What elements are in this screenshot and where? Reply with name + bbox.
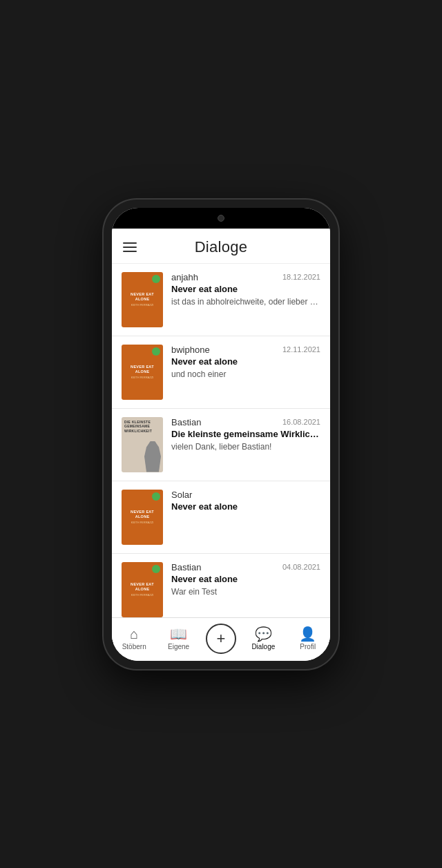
nav-label-eigene: Eigene (168, 643, 189, 650)
conv-meta-4: Solar (171, 490, 320, 500)
nav-label-profil: Profil (300, 643, 316, 650)
conv-book-title-1: Never eat alone (171, 284, 320, 294)
house-icon: ⌂ (130, 627, 138, 641)
book-icon: 📖 (170, 627, 187, 641)
conv-message-2: und noch einer (171, 369, 320, 379)
conv-user-3: Bastian (171, 417, 201, 427)
conversation-item[interactable]: never eat alone KEITH FERRAZZI Bastian 0… (112, 554, 330, 617)
app-header: Dialoge (112, 229, 330, 264)
conv-info-3: Bastian 16.08.2021 Die kleinste gemeinsa… (171, 417, 320, 472)
conv-user-2: bwiphone (171, 345, 210, 355)
conv-info-1: anjahh 18.12.2021 Never eat alone ist da… (171, 272, 320, 327)
phone-frame: Dialoge never eat alone KEITH FERRAZZI (104, 200, 338, 669)
chat-icon: 💬 (255, 627, 272, 641)
book-cover-5: never eat alone KEITH FERRAZZI (122, 562, 163, 617)
phone-screen: Dialoge never eat alone KEITH FERRAZZI (112, 208, 330, 661)
green-badge (152, 347, 160, 356)
nav-item-stoebern[interactable]: ⌂ Stöbern (117, 627, 151, 650)
notch-area (112, 208, 330, 229)
conv-meta-1: anjahh 18.12.2021 (171, 272, 320, 282)
wirklichkeit-figure (142, 441, 163, 472)
conv-date-2: 12.11.2021 (282, 345, 320, 354)
conv-meta-3: Bastian 16.08.2021 (171, 417, 320, 427)
conv-book-title-5: Never eat alone (171, 574, 320, 584)
conversation-item[interactable]: never eat alone KEITH FERRAZZI Solar Nev… (112, 481, 330, 554)
nav-label-stoebern: Stöbern (122, 643, 146, 650)
book-cover-2: never eat alone KEITH FERRAZZI (122, 345, 163, 400)
green-badge (152, 565, 160, 573)
conv-meta-2: bwiphone 12.11.2021 (171, 345, 320, 355)
conversations-list: never eat alone KEITH FERRAZZI anjahh 18… (112, 264, 330, 617)
conv-info-2: bwiphone 12.11.2021 Never eat alone und … (171, 345, 320, 400)
conv-meta-5: Bastian 04.08.2021 (171, 562, 320, 572)
hamburger-line-3 (123, 251, 137, 252)
conversation-item[interactable]: never eat alone KEITH FERRAZZI bwiphone … (112, 336, 330, 409)
conv-user-4: Solar (171, 490, 192, 500)
book-cover-1: never eat alone KEITH FERRAZZI (122, 272, 163, 327)
conv-book-title-3: Die kleinste gemeinsame Wirklichkeit (171, 429, 320, 439)
plus-icon: + (217, 631, 226, 646)
person-icon: 👤 (299, 627, 316, 641)
page-title: Dialoge (195, 238, 248, 256)
nav-item-eigene[interactable]: 📖 Eigene (162, 627, 196, 650)
book-cover-4: never eat alone KEITH FERRAZZI (122, 490, 163, 545)
nav-item-profil[interactable]: 👤 Profil (291, 627, 325, 650)
conv-user-5: Bastian (171, 562, 201, 572)
green-badge (152, 275, 160, 283)
conv-date-3: 16.08.2021 (282, 418, 320, 426)
nav-label-dialoge: Dialoge (251, 643, 275, 650)
conv-user-1: anjahh (171, 272, 198, 282)
conv-info-4: Solar Never eat alone (171, 490, 320, 545)
camera-dot (218, 215, 224, 222)
conv-book-title-2: Never eat alone (171, 356, 320, 367)
bottom-navigation: ⌂ Stöbern 📖 Eigene + 💬 Dialoge 👤 Profil (112, 617, 330, 661)
conv-message-5: War ein Test (171, 587, 320, 597)
conv-message-3: vielen Dank, lieber Bastian! (171, 442, 320, 452)
conversation-item[interactable]: DIE KLEINSTE GEMEINSAME WIRKLICHKEIT Bas… (112, 409, 330, 481)
hamburger-line-2 (123, 247, 137, 248)
book-cover-3: DIE KLEINSTE GEMEINSAME WIRKLICHKEIT (122, 417, 163, 472)
nav-item-dialoge[interactable]: 💬 Dialoge (246, 627, 280, 650)
conv-book-title-4: Never eat alone (171, 501, 320, 512)
green-badge (152, 492, 160, 501)
conv-date-5: 04.08.2021 (282, 563, 320, 571)
conv-info-5: Bastian 04.08.2021 Never eat alone War e… (171, 562, 320, 617)
conversation-item[interactable]: never eat alone KEITH FERRAZZI anjahh 18… (112, 264, 330, 336)
add-button[interactable]: + (206, 624, 236, 654)
hamburger-menu[interactable] (123, 242, 137, 252)
app-content: Dialoge never eat alone KEITH FERRAZZI (112, 229, 330, 661)
hamburger-line-1 (123, 242, 137, 244)
conv-message-1: ist das in abholreichweite, oder lieber … (171, 297, 320, 307)
conv-date-1: 18.12.2021 (282, 273, 320, 281)
